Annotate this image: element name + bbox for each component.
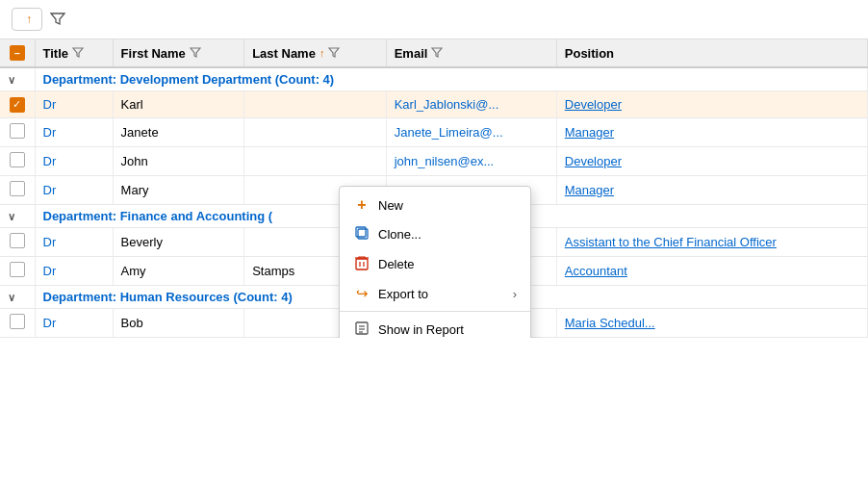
email-cell: Janete_Limeira@... (386, 117, 556, 146)
last-name-cell (244, 146, 387, 175)
row-checkbox[interactable] (10, 123, 25, 139)
table-row[interactable]: Dr Janete Janete_Limeira@... Manager (0, 117, 868, 146)
position-cell: Assistant to the Chief Financial Officer (556, 227, 867, 256)
position-link[interactable]: Developer (565, 97, 622, 112)
position-cell: Accountant (556, 256, 867, 285)
new-icon: + (353, 196, 370, 214)
row-checkbox[interactable] (10, 152, 25, 167)
header-title: Title (35, 39, 113, 67)
table-row[interactable]: ✓ Dr Karl Karl_Jablonski@... Developer (0, 91, 868, 118)
first-name-cell: Karl (113, 91, 244, 118)
filter-icon (50, 11, 65, 26)
checkbox-cell (0, 308, 35, 337)
report-icon (353, 320, 370, 338)
filter-icon-button[interactable] (50, 11, 65, 29)
row-checkbox[interactable] (10, 181, 25, 196)
table-header-row: – Title First Name (0, 39, 868, 67)
email-filter-icon[interactable] (431, 46, 443, 60)
export-icon: ↪ (353, 285, 370, 302)
email-link[interactable]: Karl_Jablonski@... (395, 97, 499, 112)
context-menu-label: Export to (378, 287, 428, 301)
first-name-cell: John (113, 146, 244, 175)
context-menu-label: New (378, 198, 403, 213)
header-email: Email (386, 39, 556, 67)
position-cell: Maria Schedul... (556, 308, 867, 337)
table-row[interactable]: Dr John john_nilsen@ex... Developer (0, 146, 868, 175)
group-chevron-icon[interactable]: ∨ (8, 74, 15, 86)
context-menu-label: Clone... (378, 227, 421, 242)
title-cell: Dr (35, 146, 113, 175)
last-name-cell (244, 91, 387, 118)
row-checkbox[interactable] (10, 314, 25, 329)
position-link[interactable]: Manager (565, 183, 614, 197)
position-link[interactable]: Accountant (565, 264, 627, 278)
first-name-cell: Mary (113, 175, 244, 204)
email-cell: Karl_Jablonski@... (386, 91, 556, 118)
delete-icon (353, 255, 370, 273)
header-position: Position (556, 39, 867, 67)
title-cell: Dr (35, 175, 113, 204)
title-cell: Dr (35, 227, 113, 256)
first-name-cell: Bob (113, 308, 244, 337)
checkbox-cell: ✓ (0, 91, 35, 118)
group-label: Department: Development Department (Coun… (35, 67, 868, 91)
position-cell: Developer (556, 146, 867, 175)
svg-rect-2 (356, 259, 368, 269)
title-cell: Dr (35, 256, 113, 285)
email-link[interactable]: john_nilsen@ex... (395, 154, 495, 168)
header-checkbox-col: – (0, 39, 35, 67)
checkbox-cell (0, 227, 35, 256)
group-row-development: ∨ Department: Development Department (Co… (0, 67, 868, 91)
header-first-name: First Name (113, 39, 244, 67)
checkbox-cell (0, 256, 35, 285)
row-checkbox[interactable] (10, 233, 25, 248)
group-expand-cell[interactable]: ∨ (0, 204, 35, 227)
sort-arrow-icon: ↑ (26, 13, 32, 26)
position-cell: Manager (556, 117, 867, 146)
header-checkbox[interactable]: – (10, 45, 25, 61)
checkbox-cell (0, 175, 35, 204)
header-last-name: Last Name ↑ (244, 39, 387, 67)
position-link[interactable]: Manager (565, 125, 614, 140)
table-wrapper: – Title First Name (0, 39, 868, 338)
title-cell: Dr (35, 91, 113, 118)
submenu-arrow-icon: › (513, 287, 517, 301)
position-link[interactable]: Assistant to the Chief Financial Officer (565, 235, 777, 249)
context-menu-item-new[interactable]: + New (340, 191, 530, 219)
row-checkbox[interactable] (10, 262, 25, 277)
group-expand-cell[interactable]: ∨ (0, 285, 35, 308)
context-menu: + New Clone... Delete ↪ Export to › Show… (339, 186, 531, 338)
context-menu-item-clone[interactable]: Clone... (340, 219, 530, 249)
last-name-filter-icon[interactable] (328, 46, 340, 60)
context-menu-label: Delete (378, 257, 415, 271)
email-link[interactable]: Janete_Limeira@... (395, 125, 503, 140)
last-name-sort-icon: ↑ (319, 47, 325, 59)
context-menu-item-report[interactable]: Show in Report (340, 315, 530, 338)
first-name-cell: Beverly (113, 227, 244, 256)
last-name-cell (244, 117, 387, 146)
group-expand-cell[interactable]: ∨ (0, 67, 35, 91)
first-name-cell: Janete (113, 117, 244, 146)
title-cell: Dr (35, 308, 113, 337)
group-chevron-icon[interactable]: ∨ (8, 292, 15, 303)
position-cell: Manager (556, 175, 867, 204)
email-cell: john_nilsen@ex... (386, 146, 556, 175)
group-chevron-icon[interactable]: ∨ (8, 211, 15, 222)
department-sort-button[interactable]: ↑ (12, 8, 42, 31)
checkbox-cell (0, 146, 35, 175)
clone-icon (353, 225, 370, 244)
context-menu-item-delete[interactable]: Delete (340, 249, 530, 279)
title-filter-icon[interactable] (72, 46, 84, 60)
context-menu-label: Show in Report (378, 322, 464, 337)
position-link[interactable]: Maria Schedul... (565, 316, 655, 330)
position-cell: Developer (556, 91, 867, 118)
first-name-cell: Amy (113, 256, 244, 285)
first-name-filter-icon[interactable] (190, 46, 201, 60)
top-bar: ↑ (0, 0, 868, 39)
position-link[interactable]: Developer (565, 154, 622, 168)
checkbox-cell (0, 117, 35, 146)
title-cell: Dr (35, 117, 113, 146)
row-checkbox[interactable]: ✓ (10, 97, 25, 113)
context-menu-item-export[interactable]: ↪ Export to › (340, 279, 530, 308)
